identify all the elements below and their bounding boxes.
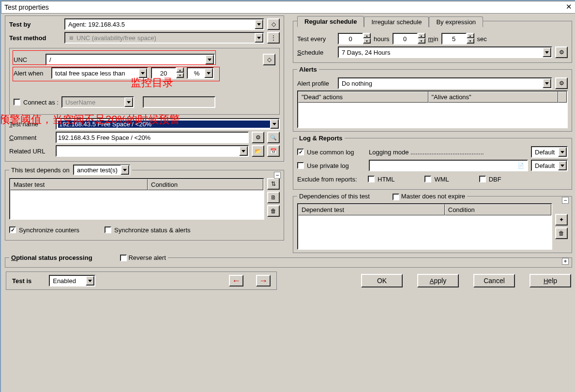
tree-button[interactable] xyxy=(267,32,280,44)
expand-osp-button[interactable]: + xyxy=(562,258,569,265)
tab-by-expression[interactable]: By expression xyxy=(429,16,483,27)
test-is-combo[interactable]: Enabled xyxy=(49,275,95,286)
spin-down-icon[interactable]: ▼ xyxy=(176,73,184,78)
light-button[interactable] xyxy=(555,214,568,226)
cancel-button[interactable]: Cancel xyxy=(473,274,515,287)
next-button[interactable]: → xyxy=(256,275,271,286)
alert-wizard-button[interactable] xyxy=(555,77,568,89)
chevron-down-icon[interactable] xyxy=(121,165,129,175)
collapse-button[interactable]: − xyxy=(274,172,281,179)
trash-icon xyxy=(271,208,276,214)
alerts-group: Alerts Alert profile Do nothing "Dead" a… xyxy=(293,66,572,132)
exclude-dbf-checkbox[interactable] xyxy=(479,176,486,182)
condition-col-header: Condition xyxy=(148,179,263,190)
page-icon xyxy=(271,194,276,201)
logging-mode-combo-1[interactable]: Default xyxy=(531,146,568,158)
alert-actions-list[interactable]: "Dead" actions "Alive actions" xyxy=(297,90,568,128)
tab-regular-schedule[interactable]: Regular schedule xyxy=(297,16,364,27)
sec-spinner[interactable]: 5▲▼ xyxy=(441,33,474,45)
test-is-label: Test is xyxy=(12,277,31,285)
folder-button[interactable] xyxy=(252,145,264,157)
use-private-log-label: Use private log xyxy=(307,162,366,169)
exclude-label: Exclude from reports: xyxy=(297,176,365,183)
connect-as-checkbox[interactable] xyxy=(14,99,20,106)
chevron-down-icon[interactable] xyxy=(270,119,279,129)
new-page-button[interactable] xyxy=(267,192,280,203)
test-by-label: Test by xyxy=(9,21,61,28)
search-icon xyxy=(270,134,277,141)
chevron-down-icon[interactable] xyxy=(204,68,213,78)
spin-up-icon[interactable]: ▲ xyxy=(176,67,184,73)
connect-as-user: UserName xyxy=(61,96,134,108)
log-reports-group: Log & Reports Use common log Logging mod… xyxy=(293,135,572,190)
reverse-alert-checkbox[interactable] xyxy=(120,255,127,261)
ok-button[interactable]: OK xyxy=(361,274,403,287)
schedule-group: Regular schedule Irregular schedule By e… xyxy=(293,15,572,63)
exclude-html-checkbox[interactable] xyxy=(368,176,375,182)
folder-icon xyxy=(255,148,261,154)
logging-mode-combo-2[interactable]: Default xyxy=(531,160,568,171)
trash-icon xyxy=(559,230,564,237)
unc-input[interactable]: / xyxy=(45,54,215,65)
chevron-down-icon[interactable] xyxy=(86,276,94,286)
alert-when-unit-combo[interactable]: % xyxy=(187,67,214,79)
min-spinner[interactable]: 0▲▼ xyxy=(393,33,425,45)
schedule-wizard-button[interactable] xyxy=(555,46,568,58)
calendar-icon xyxy=(270,148,277,154)
eraser-button-2[interactable] xyxy=(263,54,275,65)
chevron-down-icon[interactable] xyxy=(543,47,551,57)
arrow-right-icon: → xyxy=(259,276,268,286)
related-url-combo[interactable] xyxy=(56,145,249,157)
chevron-down-icon[interactable] xyxy=(543,78,551,88)
chevron-down-icon[interactable] xyxy=(255,19,263,29)
chevron-down-icon[interactable] xyxy=(205,55,214,64)
alert-profile-combo[interactable]: Do nothing xyxy=(338,77,552,89)
delete-button[interactable] xyxy=(267,205,280,217)
chevron-down-icon[interactable] xyxy=(239,146,248,156)
test-by-combo[interactable]: Agent: 192.168.43.5 xyxy=(64,18,264,30)
wizard-button[interactable] xyxy=(252,132,264,143)
sync-status-checkbox[interactable] xyxy=(105,226,111,233)
schedule-combo[interactable]: 7 Days, 24 Hours xyxy=(338,46,552,58)
exclude-wml-checkbox[interactable] xyxy=(424,176,431,182)
optional-status-processing-group: Optional status processing Reverse alert… xyxy=(5,254,572,268)
dependent-test-list[interactable]: Dependent test Condition xyxy=(297,203,552,250)
search-button[interactable] xyxy=(267,132,280,143)
calendar-button[interactable] xyxy=(267,145,280,157)
use-private-log-checkbox[interactable] xyxy=(297,162,304,169)
swap-button[interactable] xyxy=(267,178,280,190)
file-open-icon[interactable] xyxy=(516,162,526,169)
eraser-button[interactable] xyxy=(267,18,280,30)
wizard-icon xyxy=(559,80,564,87)
chevron-down-icon[interactable] xyxy=(558,161,567,170)
chevron-down-icon xyxy=(255,33,263,43)
arrow-left-icon: ← xyxy=(232,276,241,286)
alert-profile-label: Alert profile xyxy=(297,80,335,87)
connect-as-label: Connect as : xyxy=(23,99,59,106)
close-button[interactable]: ✕ xyxy=(564,2,574,12)
delete-dep-button[interactable] xyxy=(555,227,568,239)
comment-input[interactable]: 192.168.43.5 Free Space / <20% xyxy=(56,132,249,143)
annotation-monitor-dir: 监控目录 xyxy=(131,75,173,90)
tree-icon xyxy=(271,34,276,41)
master-does-not-expire-checkbox[interactable] xyxy=(393,194,399,200)
apply-button[interactable]: Apply xyxy=(417,274,459,287)
hours-spinner[interactable]: 0▲▼ xyxy=(338,33,371,45)
dead-actions-col-header: "Dead" actions xyxy=(298,91,428,103)
sync-counters-checkbox[interactable] xyxy=(9,226,16,233)
master-test-list[interactable]: Master test Condition xyxy=(9,178,264,220)
help-button[interactable]: Help xyxy=(530,274,571,287)
use-common-log-checkbox[interactable] xyxy=(297,149,304,155)
reverse-alert-label: Reverse alert xyxy=(128,254,166,261)
collapse-button-2[interactable]: − xyxy=(562,197,569,204)
depends-on-group: This test depends on another test(s) − M… xyxy=(5,165,284,241)
test-every-label: Test every xyxy=(297,35,335,43)
alert-when-label: Alert when xyxy=(14,70,48,77)
chevron-down-icon[interactable] xyxy=(558,147,567,157)
master-does-not-expire-label: Master does not expire xyxy=(401,193,465,200)
master-test-col-header: Master test xyxy=(10,179,148,190)
prev-button[interactable]: ← xyxy=(229,275,243,286)
tab-irregular-schedule[interactable]: Irregular schedule xyxy=(364,16,429,27)
private-log-path-input[interactable] xyxy=(369,160,528,171)
depends-mode-combo[interactable]: another test(s) xyxy=(73,165,130,175)
